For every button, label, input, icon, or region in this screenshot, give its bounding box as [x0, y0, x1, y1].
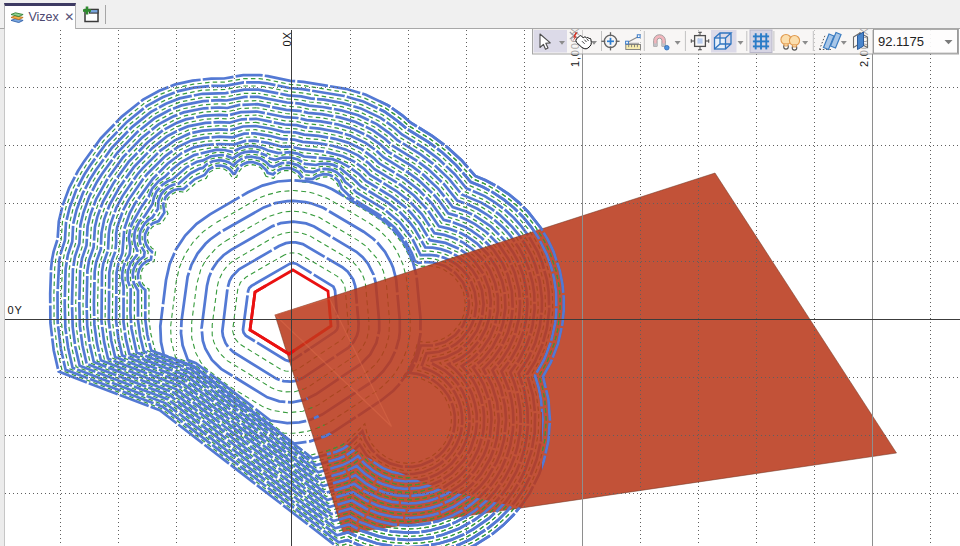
- svg-text:0Y: 0Y: [8, 304, 23, 316]
- svg-text:92.1175: 92.1175: [878, 34, 924, 49]
- svg-text:0X: 0X: [281, 31, 293, 46]
